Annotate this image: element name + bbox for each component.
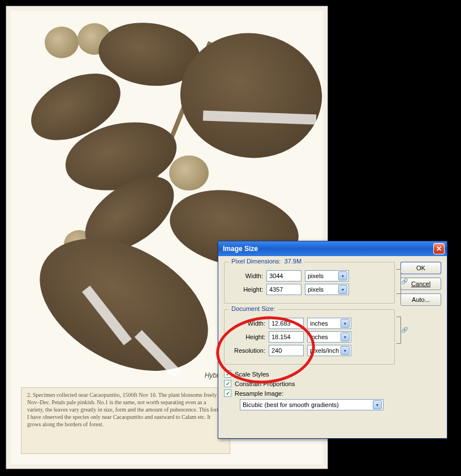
doc-width-label: Width: [230,320,265,327]
select-value: Bicubic (best for smooth gradients) [243,401,373,408]
scale-styles-label: Scale Styles [235,371,269,378]
link-bracket-icon [397,317,401,344]
chevron-down-icon: ▾ [373,400,382,409]
doc-height-input[interactable] [269,331,304,343]
dialog-button-column: OK Cancel Auto... [400,262,441,413]
chevron-down-icon: ▾ [341,346,350,355]
pixel-height-input[interactable] [266,284,301,295]
close-icon: ✕ [436,245,442,253]
dialog-title: Image Size [223,245,433,253]
constrain-proportions-row: ✓ Constrain Proportions [224,380,395,387]
doc-width-unit-select[interactable]: inches ▾ [307,318,351,329]
document-size-legend: Document Size: [229,305,278,312]
pixel-width-unit-select[interactable]: pixels ▾ [305,270,349,282]
select-value: inches [310,320,341,327]
doc-height-unit-select[interactable]: inches ▾ [307,331,351,343]
doc-resolution-unit-select[interactable]: pixels/inch ▾ [307,345,351,356]
link-bracket-icon [397,269,401,294]
label-text: 2. Specimen collected near Cacaopuntito,… [27,392,221,427]
doc-resolution-input[interactable] [269,345,304,356]
doc-resolution-row: Resolution: pixels/inch ▾ [230,345,377,356]
pixel-dimensions-legend: Pixel Dimensions: 37.9M [229,258,304,265]
link-icon: 🔗 [401,278,408,284]
close-button[interactable]: ✕ [433,243,445,254]
scale-styles-checkbox[interactable]: ✓ [224,370,231,378]
legend-label: Pixel Dimensions: [231,258,281,265]
chevron-down-icon: ▾ [338,271,347,280]
constrain-proportions-label: Constrain Proportions [235,380,295,387]
select-value: inches [310,334,341,340]
pixel-width-row: Width: pixels ▾ [230,270,377,282]
dialog-titlebar[interactable]: Image Size ✕ [218,241,447,256]
flower-cluster [45,27,79,58]
dialog-body: Pixel Dimensions: 37.9M Width: pixels ▾ … [218,256,447,417]
resample-image-row: ✓ Resample Image: [224,390,395,397]
select-value: pixels/inch [310,347,341,354]
pixel-width-input[interactable] [266,270,301,282]
chevron-down-icon: ▾ [341,319,350,328]
chevron-down-icon: ▾ [341,332,350,341]
collection-label: 2. Specimen collected near Cacaopuntito,… [21,387,230,454]
doc-width-input[interactable] [269,318,304,329]
link-icon: 🔗 [401,327,408,333]
resample-image-checkbox[interactable]: ✓ [224,390,231,397]
chevron-down-icon: ▾ [338,285,347,294]
flower-cluster [169,155,209,191]
constrain-proportions-checkbox[interactable]: ✓ [224,380,231,387]
resample-method-select[interactable]: Bicubic (best for smooth gradients) ▾ [240,399,384,410]
doc-height-row: Height: inches ▾ [230,331,377,343]
pixel-height-label: Height: [230,286,263,293]
doc-width-row: Width: inches ▾ [230,318,377,329]
dialog-left-column: Pixel Dimensions: 37.9M Width: pixels ▾ … [224,262,395,413]
resample-image-label: Resample Image: [235,390,283,397]
doc-resolution-label: Resolution: [230,347,265,354]
select-value: pixels [308,272,338,279]
auto-button[interactable]: Auto... [400,293,441,306]
pixel-width-label: Width: [230,272,263,279]
pixel-height-unit-select[interactable]: pixels ▾ [305,284,349,295]
ok-button[interactable]: OK [400,262,441,274]
select-value: pixels [308,286,338,293]
pixel-height-row: Height: pixels ▾ [230,284,377,295]
document-size-group: Document Size: Width: inches ▾ Height: i… [224,309,395,365]
image-size-dialog: Image Size ✕ Pixel Dimensions: 37.9M Wid… [218,241,447,439]
scale-styles-row: ✓ Scale Styles [224,370,395,378]
pixel-dimensions-group: Pixel Dimensions: 37.9M Width: pixels ▾ … [224,262,395,304]
resample-method-row: Bicubic (best for smooth gradients) ▾ [240,399,395,410]
pixel-dimensions-size: 37.9M [285,258,302,265]
doc-height-label: Height: [230,334,265,340]
